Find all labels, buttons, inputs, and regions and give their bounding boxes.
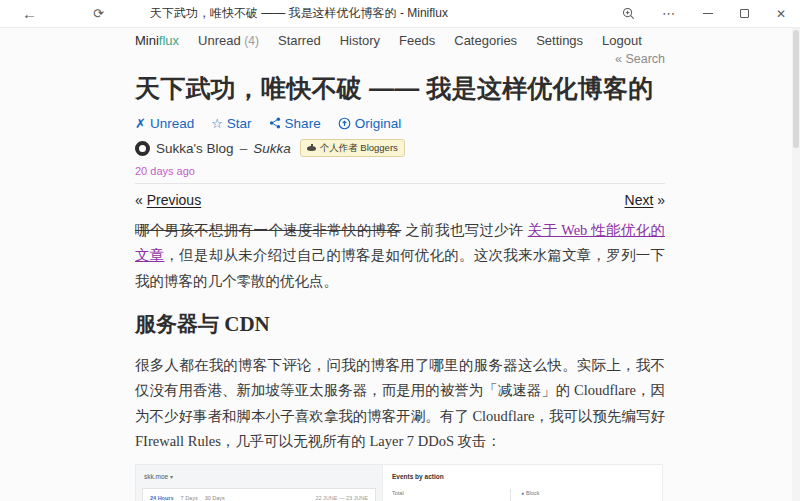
minimize-icon[interactable] [703, 13, 713, 14]
search-link[interactable]: « Search [615, 52, 665, 66]
nav-item-unread[interactable]: Unread (4) [198, 33, 259, 48]
window-controls: ⋯ ✕ [622, 6, 800, 21]
tab-24-hours: 24 Hours [150, 494, 174, 501]
mark-unread-button[interactable]: ✗Unread [135, 116, 194, 131]
window-titlebar: ← ⟳ 天下武功，唯快不破 —— 我是这样优化博客的 - Miniflux ⋯ … [0, 0, 800, 28]
events-total-label: Total [392, 489, 510, 499]
dashboard-events-panel: Events by action Total 1.16M ●Block 1.16… [382, 465, 662, 501]
refresh-icon[interactable]: ⟳ [93, 6, 104, 21]
dashboard-traffic-panel: skk.moe ▾ 24 Hours 7 Days 30 Days 22 JUN… [136, 465, 382, 501]
miniflux-page: Miniflux Unread (4) Starred History Feed… [0, 28, 800, 501]
window-title: 天下武功，唯快不破 —— 我是这样优化博客的 - Miniflux [150, 5, 448, 22]
legend-dot-icon: ● [521, 489, 524, 498]
entry-pagination: « Previous Next » [135, 192, 665, 208]
more-options-icon[interactable]: ⋯ [662, 6, 676, 21]
entry-meta: Sukka's Blog – Sukka 个人作者 Bloggers [135, 139, 665, 157]
date-range: 22 JUNE — 23 JUNE [315, 494, 368, 501]
traffic-card: 24 Hours 7 Days 30 Days 22 JUNE — 23 JUN… [142, 488, 376, 501]
scrollbar-thumb[interactable] [793, 30, 799, 148]
search-line: « Search [135, 52, 665, 67]
nav-item-categories[interactable]: Categories [454, 33, 517, 48]
entry-title: 天下武功，唯快不破 —— 我是这样优化博客的 [135, 72, 665, 104]
share-button[interactable]: Share [269, 116, 321, 131]
nav-item-settings[interactable]: Settings [536, 33, 583, 48]
cross-icon: ✗ [135, 116, 146, 131]
zone-selector: skk.moe ▾ [144, 471, 376, 483]
tab-30-days: 30 Days [205, 494, 225, 501]
strikethrough-text: 哪个男孩不想拥有一个速度非常快的博客 [135, 222, 401, 238]
nav-item-starred[interactable]: Starred [278, 33, 321, 48]
events-title: Events by action [392, 471, 653, 482]
author-badge: 个人作者 Bloggers [300, 139, 405, 157]
tab-7-days: 7 Days [181, 494, 198, 501]
main-nav: Miniflux Unread (4) Starred History Feed… [135, 30, 665, 50]
star-button[interactable]: ☆Star [211, 116, 251, 131]
entry-actions: ✗Unread ☆Star Share Original [135, 114, 665, 132]
entry-date: 20 days ago [135, 165, 665, 177]
entry-content: 哪个男孩不想拥有一个速度非常快的博客 之前我也写过少许 关于 Web 性能优化的… [135, 218, 665, 501]
paragraph: 哪个男孩不想拥有一个速度非常快的博客 之前我也写过少许 关于 Web 性能优化的… [135, 218, 665, 294]
maximize-icon[interactable] [740, 9, 749, 18]
external-link-icon [338, 117, 351, 130]
article-image-cloudflare-dashboard: skk.moe ▾ 24 Hours 7 Days 30 Days 22 JUN… [135, 464, 663, 501]
nav-brand-miniflux[interactable]: Miniflux [135, 33, 179, 48]
chevron-down-icon: ▾ [170, 474, 173, 480]
events-legend-label: Block [526, 489, 539, 499]
paragraph: 很多人都在我的博客下评论，问我的博客用了哪里的服务器这么快。实际上，我不仅没有用… [135, 353, 665, 455]
star-icon: ☆ [211, 116, 223, 131]
divider [510, 489, 511, 501]
beret-icon [307, 146, 316, 151]
zoom-in-icon[interactable] [622, 7, 635, 20]
feed-link[interactable]: Sukka's Blog [156, 141, 234, 156]
previous-entry-link[interactable]: « Previous [135, 192, 201, 208]
nav-item-history[interactable]: History [340, 33, 380, 48]
app-window: ← ⟳ 天下武功，唯快不破 —— 我是这样优化博客的 - Miniflux ⋯ … [0, 0, 800, 501]
page-scrollbar[interactable] [792, 28, 800, 501]
divider [135, 183, 665, 184]
share-icon [269, 117, 281, 129]
next-entry-link[interactable]: Next » [625, 192, 665, 208]
nav-item-feeds[interactable]: Feeds [399, 33, 435, 48]
nav-item-logout[interactable]: Logout [602, 33, 642, 48]
close-icon[interactable]: ✕ [776, 7, 786, 21]
section-heading: 服务器与 CDN [135, 306, 665, 343]
author-name: Sukka [253, 141, 291, 156]
original-link[interactable]: Original [338, 116, 402, 131]
feed-avatar [135, 141, 150, 156]
back-icon[interactable]: ← [22, 5, 37, 22]
author-separator: – [240, 141, 248, 156]
